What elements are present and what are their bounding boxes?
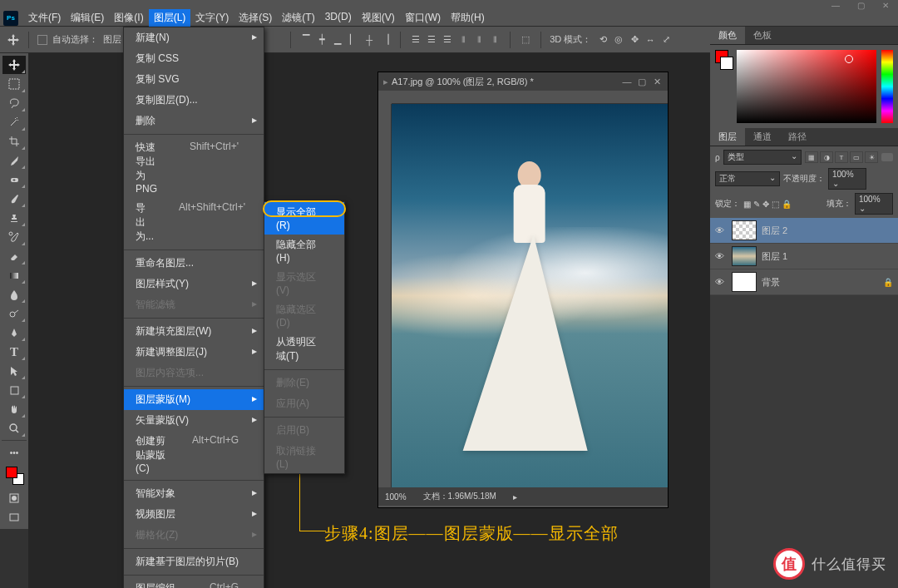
distribute-icon[interactable]: ⦀ xyxy=(456,33,470,47)
fill-input[interactable]: 100% ⌄ xyxy=(855,193,893,215)
layer-filter-icon[interactable]: ☀ xyxy=(865,151,878,163)
layer-filter-icon[interactable]: ◑ xyxy=(820,151,833,163)
distribute-icon[interactable]: ⦀ xyxy=(472,33,486,47)
document-canvas[interactable] xyxy=(392,104,668,487)
filter-toggle-icon[interactable] xyxy=(881,153,893,161)
layer-filter-icon[interactable]: ▦ xyxy=(805,151,818,163)
layer-thumbnail[interactable] xyxy=(732,220,757,240)
minimize-button[interactable]: — xyxy=(823,0,848,10)
align-bottom-icon[interactable]: ▁ xyxy=(331,33,344,47)
distribute-icon[interactable]: ⦀ xyxy=(488,33,501,47)
close-button[interactable]: ✕ xyxy=(873,0,898,10)
opacity-input[interactable]: 100% ⌄ xyxy=(828,168,866,190)
menu-item-10[interactable]: 帮助(H) xyxy=(446,9,490,27)
menu-entry[interactable]: 新建调整图层(J)▸ xyxy=(124,342,264,363)
layer-thumbnail[interactable] xyxy=(732,272,757,292)
pen-tool[interactable] xyxy=(2,324,26,342)
menu-entry[interactable]: 智能对象▸ xyxy=(124,483,264,504)
status-arrow-icon[interactable]: ▸ xyxy=(513,492,517,502)
3d-pan-icon[interactable]: ✥ xyxy=(628,33,641,47)
visibility-icon[interactable]: 👁 xyxy=(715,251,727,261)
tab-channels[interactable]: 通道 xyxy=(745,128,780,146)
lock-icon[interactable]: ✥ xyxy=(762,200,769,209)
layer-name[interactable]: 图层 1 xyxy=(762,250,787,263)
move-tool[interactable] xyxy=(2,56,26,74)
brush-tool[interactable] xyxy=(2,190,26,208)
lasso-tool[interactable] xyxy=(2,94,26,112)
tab-color[interactable]: 颜色 xyxy=(710,27,745,44)
lock-icon[interactable]: 🔒 xyxy=(782,200,792,209)
menu-entry[interactable]: 新建填充图层(W)▸ xyxy=(124,321,264,342)
maximize-button[interactable]: ▢ xyxy=(848,0,873,10)
menu-item-2[interactable]: 图像(I) xyxy=(109,9,148,27)
hue-slider[interactable] xyxy=(881,50,893,123)
stamp-tool[interactable] xyxy=(2,209,26,227)
color-swatches[interactable] xyxy=(2,465,27,488)
menu-entry[interactable]: 视频图层▸ xyxy=(124,504,264,525)
tab-paths[interactable]: 路径 xyxy=(780,128,815,146)
document-titlebar[interactable]: ▸ A17.jpg @ 100% (图层 2, RGB/8) * — ▢ ✕ xyxy=(378,72,668,91)
ruler-horizontal[interactable] xyxy=(392,91,668,104)
menu-entry[interactable]: 删除▸ xyxy=(124,111,264,131)
auto-select-checkbox[interactable] xyxy=(37,35,47,45)
align-vcenter-icon[interactable]: ┿ xyxy=(315,33,328,47)
foreground-swatch[interactable] xyxy=(6,467,17,478)
layer-row[interactable]: 👁背景🔒 xyxy=(710,269,898,295)
layer-filter-icon[interactable]: T xyxy=(835,151,848,163)
align-left-icon[interactable]: ▏ xyxy=(347,33,360,47)
menu-entry[interactable]: 隐藏全部(H) xyxy=(264,235,344,267)
menu-entry[interactable]: 图层样式(Y)▸ xyxy=(124,274,264,294)
blend-mode-select[interactable]: 正常 ⌄ xyxy=(715,171,780,186)
menu-item-3[interactable]: 图层(L) xyxy=(149,9,191,27)
menu-entry[interactable]: 新建基于图层的切片(B) xyxy=(124,551,264,572)
3d-orbit-icon[interactable]: ⟲ xyxy=(596,33,609,47)
menu-entry[interactable]: 创建剪贴蒙版(C)Alt+Ctrl+G xyxy=(124,431,264,477)
eyedropper-tool[interactable] xyxy=(2,151,26,170)
menu-entry[interactable]: 从透明区域(T) xyxy=(264,332,344,367)
marquee-tool[interactable] xyxy=(2,75,26,93)
gradient-tool[interactable] xyxy=(2,266,26,284)
lock-icon[interactable]: ✎ xyxy=(753,200,760,209)
menu-item-4[interactable]: 文字(Y) xyxy=(190,9,234,27)
color-bg-swatch[interactable] xyxy=(720,57,733,70)
lock-icon[interactable]: ▦ xyxy=(743,200,751,209)
menu-entry[interactable]: 重命名图层... xyxy=(124,253,264,274)
menu-item-9[interactable]: 窗口(W) xyxy=(400,9,446,27)
doc-close-button[interactable]: ✕ xyxy=(651,77,663,87)
overlap-icon[interactable]: ⬚ xyxy=(519,33,532,47)
document-window[interactable]: ▸ A17.jpg @ 100% (图层 2, RGB/8) * — ▢ ✕ 1… xyxy=(377,72,669,508)
menu-item-8[interactable]: 视图(V) xyxy=(357,9,400,27)
menu-entry[interactable]: 图层编组(G)Ctrl+G xyxy=(124,578,264,588)
doc-maximize-button[interactable]: ▢ xyxy=(636,77,648,87)
wand-tool[interactable] xyxy=(2,113,26,131)
menu-entry[interactable]: 导出为...Alt+Shift+Ctrl+' xyxy=(124,198,264,247)
menu-item-6[interactable]: 滤镜(T) xyxy=(277,9,319,27)
distribute-icon[interactable]: ☰ xyxy=(409,33,422,47)
menu-entry[interactable]: 图层蒙版(M)▸ xyxy=(124,389,264,410)
layer-thumbnail[interactable] xyxy=(732,246,757,266)
color-field[interactable] xyxy=(737,50,876,123)
eraser-tool[interactable] xyxy=(2,247,26,265)
distribute-icon[interactable]: ☰ xyxy=(425,33,438,47)
crop-tool[interactable] xyxy=(2,132,26,151)
menu-entry[interactable]: 显示全部(R) xyxy=(264,202,344,235)
align-hcenter-icon[interactable]: ┼ xyxy=(363,33,376,47)
visibility-icon[interactable]: 👁 xyxy=(715,277,727,287)
layer-row[interactable]: 👁图层 2 xyxy=(710,218,898,244)
menu-item-0[interactable]: 文件(F) xyxy=(23,9,66,27)
menu-entry[interactable]: 复制图层(D)... xyxy=(124,90,264,111)
blur-tool[interactable] xyxy=(2,285,26,304)
layer-name[interactable]: 背景 xyxy=(762,276,780,289)
tab-layers[interactable]: 图层 xyxy=(710,128,745,146)
screenmode-icon[interactable] xyxy=(2,508,26,526)
align-right-icon[interactable]: ▕ xyxy=(378,33,392,47)
3d-slide-icon[interactable]: ↔ xyxy=(644,33,657,47)
type-tool[interactable]: T xyxy=(2,343,26,361)
lock-icon[interactable]: ⬚ xyxy=(772,200,779,209)
menu-entry[interactable]: 新建(N)▸ xyxy=(124,27,264,48)
menu-entry[interactable]: 矢量蒙版(V)▸ xyxy=(124,410,264,431)
zoom-tool[interactable] xyxy=(2,419,26,437)
distribute-icon[interactable]: ☰ xyxy=(441,33,454,47)
3d-scale-icon[interactable]: ⤢ xyxy=(659,33,673,47)
tab-swatch[interactable]: 色板 xyxy=(745,27,780,44)
